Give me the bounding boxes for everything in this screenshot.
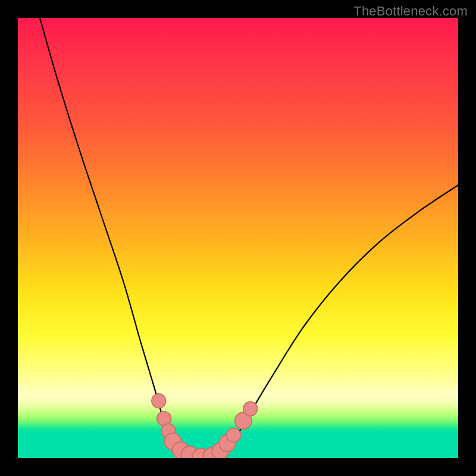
plot-area: [18, 18, 458, 458]
marker-dot: [243, 402, 258, 416]
watermark-text: TheBottleneck.com: [353, 4, 468, 19]
markers: [152, 394, 258, 458]
chart-frame: TheBottleneck.com: [0, 0, 476, 476]
marker-dot: [152, 394, 166, 408]
marker-dot: [227, 428, 241, 443]
curve-layer: [18, 18, 458, 458]
bottleneck-curve: [40, 18, 458, 458]
